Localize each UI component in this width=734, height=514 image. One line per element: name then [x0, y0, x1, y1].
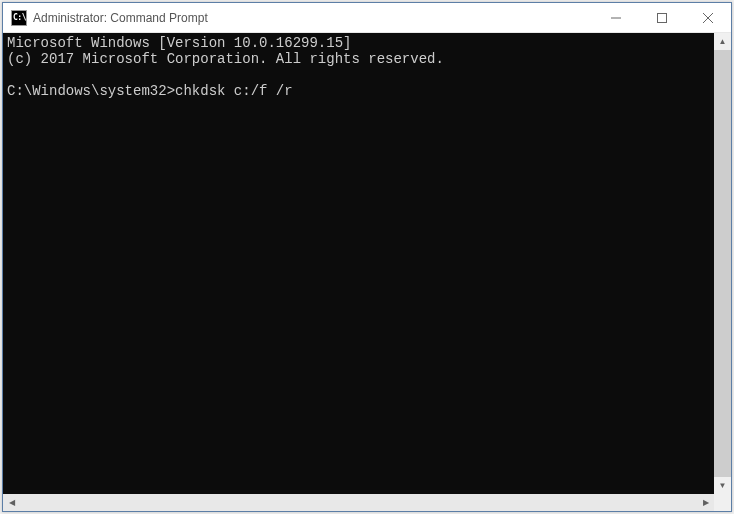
command-input[interactable]: chkdsk c:/f /r	[175, 83, 293, 99]
minimize-button[interactable]	[593, 3, 639, 33]
chevron-right-icon: ▶	[703, 499, 709, 507]
client-area: Microsoft Windows [Version 10.0.16299.15…	[3, 33, 731, 494]
close-button[interactable]	[685, 3, 731, 33]
chevron-left-icon: ◀	[9, 499, 15, 507]
cmd-icon-label: C:\.	[13, 13, 30, 22]
scroll-track-h[interactable]	[20, 494, 697, 511]
window-title: Administrator: Command Prompt	[33, 11, 593, 25]
bottom-scroll-row: ◀ ▶	[3, 494, 731, 511]
chevron-down-icon: ▼	[719, 482, 727, 490]
titlebar[interactable]: C:\. Administrator: Command Prompt	[3, 3, 731, 33]
scroll-left-button[interactable]: ◀	[3, 494, 20, 511]
horizontal-scrollbar[interactable]: ◀ ▶	[3, 494, 714, 511]
window-controls	[593, 3, 731, 32]
scroll-up-button[interactable]: ▲	[714, 33, 731, 50]
scrollbar-corner	[714, 494, 731, 511]
scroll-track[interactable]	[714, 50, 731, 477]
copyright-line: (c) 2017 Microsoft Corporation. All righ…	[7, 51, 444, 67]
maximize-button[interactable]	[639, 3, 685, 33]
minimize-icon	[611, 13, 621, 23]
scroll-right-button[interactable]: ▶	[697, 494, 714, 511]
scroll-down-button[interactable]: ▼	[714, 477, 731, 494]
terminal-output[interactable]: Microsoft Windows [Version 10.0.16299.15…	[3, 33, 714, 494]
cmd-icon: C:\.	[11, 10, 27, 26]
cmd-window: C:\. Administrator: Command Prompt Micro…	[2, 2, 732, 512]
scroll-thumb[interactable]	[714, 50, 731, 477]
version-line: Microsoft Windows [Version 10.0.16299.15…	[7, 35, 351, 51]
chevron-up-icon: ▲	[719, 38, 727, 46]
maximize-icon	[657, 13, 667, 23]
svg-rect-0	[658, 14, 667, 23]
vertical-scrollbar[interactable]: ▲ ▼	[714, 33, 731, 494]
close-icon	[703, 13, 713, 23]
prompt-text: C:\Windows\system32>	[7, 83, 175, 99]
